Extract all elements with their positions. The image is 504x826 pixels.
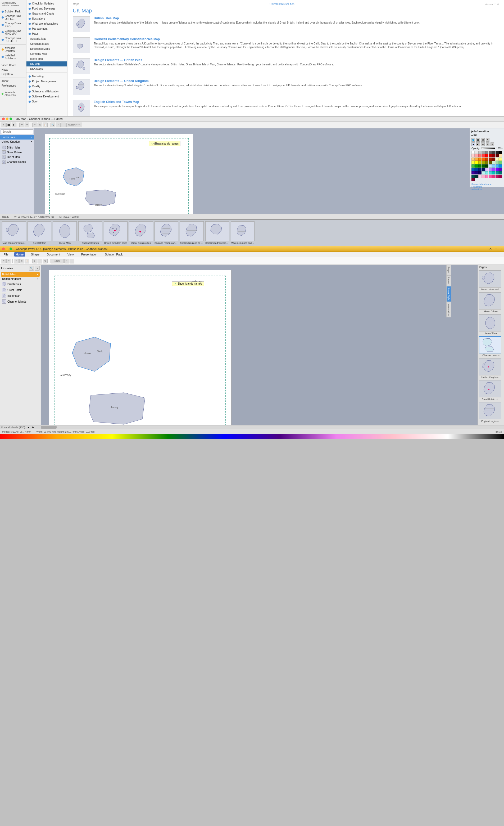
color-swatch[interactable] <box>499 158 502 161</box>
sidebar-item-helpdesk[interactable]: HelpDesk <box>0 72 26 76</box>
close-lib-icon[interactable]: ✕ <box>31 140 33 143</box>
zoom-in-btn[interactable]: + <box>64 259 69 263</box>
lib-cat-close-icon[interactable]: ✕ <box>37 273 39 276</box>
cat-item-usa[interactable]: USA Maps <box>26 66 67 71</box>
color-swatch[interactable] <box>471 158 475 161</box>
color-swatch[interactable] <box>478 171 482 174</box>
toolbar-button[interactable]: − <box>61 123 66 127</box>
toolbar-button[interactable]: ◄ <box>1 123 6 127</box>
cat-item-graphs[interactable]: Graphs and Charts <box>26 11 67 16</box>
scrollbar-thumb[interactable] <box>41 426 57 429</box>
lib-cat-close-icon[interactable]: ✕ <box>37 278 39 280</box>
toolbar-button[interactable]: + <box>56 123 61 127</box>
fill-header[interactable]: ▸ Fill <box>471 134 502 137</box>
color-swatch[interactable] <box>499 154 502 157</box>
sidebar-item-updates[interactable]: Available Updates <box>0 46 26 53</box>
page-great-britain-cities[interactable]: Great Britain cit... <box>479 380 503 401</box>
color-swatch-blue[interactable] <box>471 168 475 171</box>
color-swatch[interactable] <box>485 164 488 168</box>
stencil-british-isles[interactable]: British Isles <box>1 281 40 287</box>
color-swatch[interactable] <box>478 168 482 171</box>
toolbar-btn[interactable]: I <box>38 259 42 263</box>
color-swatch[interactable] <box>499 164 502 168</box>
page-map-contours[interactable]: Map contours wi... <box>479 270 503 291</box>
stencil-great-britain[interactable]: Great Britain <box>1 287 40 293</box>
color-swatch[interactable] <box>492 151 495 154</box>
color-swatch[interactable] <box>471 175 475 178</box>
close-lib-icon[interactable]: ✕ <box>31 136 33 138</box>
close-button[interactable] <box>2 247 5 250</box>
menu-presentation[interactable]: Presentation <box>80 252 99 256</box>
toolbar-button[interactable]: ↷ <box>24 123 29 127</box>
menu-solution-pack[interactable]: Solution Pack <box>103 252 124 256</box>
color-swatch[interactable] <box>496 175 499 178</box>
page-great-britain[interactable]: Great Britain <box>479 292 503 313</box>
page-england-regions[interactable]: England regions... <box>479 402 503 422</box>
fill-solid-btn[interactable]: ■ <box>471 142 475 146</box>
color-swatch-purple[interactable] <box>496 168 499 171</box>
map-title-cornwall[interactable]: Cornwall Parliamentary Constituencies Ma… <box>93 37 499 41</box>
toolbar-button[interactable]: ⬛ <box>6 123 11 127</box>
map-thumbnail[interactable] <box>73 58 90 74</box>
uninstall-link[interactable]: Uninstall this solution <box>270 3 295 6</box>
sidebar-item-office[interactable]: ConceptDraw OFFICE <box>0 14 26 21</box>
map-thumbnail[interactable] <box>73 16 90 32</box>
page-isle-of-man[interactable]: Isle of Man <box>479 314 503 335</box>
cat-item-sport[interactable]: Sport <box>26 99 67 104</box>
thumbnail-england-regions-1[interactable]: England regions and... <box>154 221 178 244</box>
color-swatch[interactable] <box>496 164 499 168</box>
color-swatch[interactable] <box>489 161 492 164</box>
color-swatch[interactable] <box>492 164 495 168</box>
lib-cat-british-isles[interactable]: British Isles ✕ <box>1 272 40 277</box>
color-swatch[interactable] <box>482 161 485 164</box>
presentation-mode-link[interactable]: Presentation Mode <box>471 183 502 186</box>
cat-item-updates[interactable]: Check for Updates <box>26 1 67 6</box>
thumbnail-great-britain[interactable]: Great Britain <box>27 221 51 244</box>
toolbar-button[interactable]: 🔍 <box>51 123 55 127</box>
color-swatch[interactable] <box>471 161 475 164</box>
layer-style-tab[interactable]: Layer Style <box>446 286 451 302</box>
color-swatch[interactable] <box>496 161 499 164</box>
color-swatch[interactable] <box>478 161 482 164</box>
cat-item-food[interactable]: Food and Beverage <box>26 6 67 11</box>
sidebar-item-project[interactable]: ConceptDraw PROJECT <box>0 36 26 44</box>
cat-item-illustrations[interactable]: Illustrations <box>26 16 67 21</box>
library-item-uk[interactable]: United Kingdom ✕ <box>0 139 34 144</box>
color-swatch[interactable] <box>489 164 492 168</box>
zoom-out-btn[interactable]: − <box>70 259 74 263</box>
color-swatch[interactable] <box>499 168 502 171</box>
minimize-button[interactable] <box>6 118 8 120</box>
toolbar-btn[interactable]: ✂ <box>14 259 19 263</box>
thumbnail-channel-islands[interactable]: Channel Islands <box>78 221 102 244</box>
pages-tab[interactable]: Pages <box>446 265 451 275</box>
cat-item-australia[interactable]: Australia Map <box>26 36 67 41</box>
stencil-channel-islands[interactable]: Channel Islands <box>1 299 40 304</box>
cat-item-metro[interactable]: Metro Map <box>26 56 67 61</box>
color-swatch[interactable] <box>471 164 475 168</box>
toolbar-btn-zoom[interactable]: 100% <box>51 259 64 263</box>
color-swatch[interactable] <box>482 175 485 178</box>
hypernote-link[interactable]: Hypernote <box>471 186 502 188</box>
fill-none-btn[interactable]: ⊘ <box>491 142 494 146</box>
cat-item-software[interactable]: Software Development <box>26 94 67 99</box>
sidebar-item-solution-park[interactable]: Solution Park <box>0 9 26 14</box>
color-swatch[interactable] <box>485 175 488 178</box>
canvas-drawing-area[interactable]: ✓ Show islands names Alderney Herm Sark … <box>45 134 193 214</box>
map-title-british-isles[interactable]: British Isles Map <box>93 16 499 20</box>
color-swatch[interactable] <box>471 154 475 157</box>
text-icon[interactable]: A <box>486 138 490 142</box>
color-swatch-black[interactable] <box>499 151 502 154</box>
color-swatch[interactable] <box>471 178 475 181</box>
sidebar-item-news[interactable]: News <box>0 67 26 72</box>
thumbnail-scotland[interactable]: Scotland administratio... <box>205 221 229 244</box>
color-swatch[interactable] <box>485 158 488 161</box>
cat-item-directional[interactable]: Directional Maps <box>26 46 67 51</box>
opacity-slider[interactable] <box>481 148 495 149</box>
color-swatch[interactable] <box>489 151 492 154</box>
lib-menu-btn[interactable]: ≡ <box>35 266 40 271</box>
thumbnail-uk-cities[interactable]: United Kingdom cities <box>104 221 128 244</box>
stencil-item-isle-of-man[interactable]: Isle of Man <box>1 155 33 159</box>
behaviour-link[interactable]: Behaviour <box>471 188 502 191</box>
map-title-design-uk[interactable]: Design Elements — United Kingdom <box>93 79 499 83</box>
toolbar-zoom[interactable]: Custom 44% <box>66 123 82 127</box>
